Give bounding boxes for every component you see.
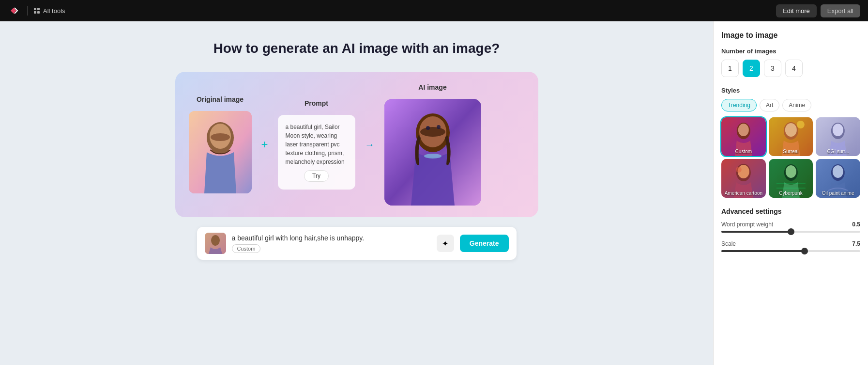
style-surreal[interactable]: Surreal [769, 117, 813, 156]
num-btn-3[interactable]: 3 [764, 60, 781, 77]
navbar-actions: Edit more Export all [776, 4, 860, 17]
prompt-text: a beautiful girl, Sailor Moon style, wea… [286, 124, 345, 165]
svg-point-23 [796, 121, 804, 128]
svg-point-30 [736, 167, 742, 173]
main-layout: How to generate an AI image with an imag… [0, 21, 868, 365]
ai-label: AI image [418, 83, 446, 91]
svg-point-22 [785, 123, 796, 137]
style-oil-label: Oil paint anime [816, 190, 860, 196]
style-cgi[interactable]: CGI surr... [816, 117, 860, 156]
input-text-area: a beautiful girl with long hair,she is u… [232, 234, 431, 253]
scale-value: 7.5 [852, 240, 860, 247]
svg-rect-2 [34, 11, 36, 14]
num-btn-2[interactable]: 2 [743, 60, 760, 77]
word-prompt-weight-slider[interactable] [721, 231, 860, 233]
svg-point-7 [211, 133, 230, 141]
num-btn-1[interactable]: 1 [721, 60, 739, 77]
input-bar: a beautiful girl with long hair,she is u… [197, 227, 517, 260]
scale-slider[interactable] [721, 250, 860, 252]
word-prompt-weight-value: 0.5 [852, 221, 860, 228]
svg-point-11 [420, 127, 445, 137]
svg-rect-3 [37, 11, 40, 14]
style-badge: Custom [232, 244, 261, 253]
arrow-icon: → [365, 139, 375, 150]
demo-card: Original image [175, 72, 538, 217]
right-panel: Image to image Number of images 1 2 3 4 … [713, 21, 868, 365]
svg-point-33 [785, 165, 796, 178]
original-section: Original image [189, 95, 252, 193]
nav-divider [27, 6, 28, 16]
svg-point-12 [426, 126, 430, 130]
try-button[interactable]: Try [304, 170, 329, 182]
scale-fill [721, 250, 805, 252]
all-tools-label: All tools [43, 7, 65, 15]
word-prompt-weight-thumb[interactable] [788, 228, 794, 235]
word-prompt-weight-label: Word prompt weight [721, 221, 773, 228]
style-custom[interactable]: Custom [721, 117, 766, 156]
scale-row: Scale 7.5 [721, 240, 860, 247]
style-custom-label: Custom [721, 149, 766, 154]
svg-point-14 [424, 154, 442, 159]
word-prompt-weight-fill [721, 231, 791, 233]
style-american-label: American cartoon [721, 190, 766, 196]
style-surreal-label: Surreal [769, 149, 813, 154]
export-all-button[interactable]: Export all [821, 4, 860, 17]
content-area: How to generate an AI image with an imag… [0, 21, 713, 365]
svg-point-19 [738, 124, 749, 136]
svg-rect-1 [37, 8, 40, 10]
style-cgi-label: CGI surr... [816, 149, 860, 154]
svg-point-13 [437, 125, 441, 129]
style-cyberpunk-label: Cyberpunk [769, 190, 813, 196]
sparkle-icon: ✦ [442, 239, 448, 248]
edit-more-button[interactable]: Edit more [776, 4, 817, 17]
styles-label: Styles [721, 87, 860, 94]
style-tabs: Trending Art Anime [721, 99, 860, 111]
scale-thumb[interactable] [801, 248, 808, 254]
input-prompt-text: a beautiful girl with long hair,she is u… [232, 234, 431, 242]
tab-trending[interactable]: Trending [721, 99, 757, 111]
svg-point-26 [833, 124, 843, 136]
svg-point-38 [833, 165, 843, 178]
prompt-box: a beautiful girl, Sailor Moon style, wea… [278, 115, 355, 190]
num-images-row: 1 2 3 4 [721, 60, 860, 77]
word-prompt-weight-row: Word prompt weight 0.5 [721, 221, 860, 228]
input-thumbnail [205, 233, 226, 254]
navbar: All tools Edit more Export all [0, 0, 868, 21]
original-image [189, 111, 252, 193]
generate-button[interactable]: Generate [460, 235, 509, 252]
page-title: How to generate an AI image with an imag… [213, 41, 500, 56]
prompt-label: Prompt [305, 99, 328, 107]
scale-label: Scale [721, 240, 736, 247]
num-images-label: Number of images [721, 48, 860, 55]
all-tools-link[interactable]: All tools [33, 7, 65, 15]
style-cyberpunk[interactable]: Cyberpunk [769, 159, 813, 198]
style-oil-paint[interactable]: Oil paint anime [816, 159, 860, 198]
panel-title: Image to image [721, 31, 860, 40]
svg-point-16 [211, 235, 220, 246]
original-label: Original image [197, 95, 244, 103]
ai-image [384, 99, 481, 206]
svg-rect-0 [34, 8, 36, 10]
style-grid: Custom Surreal [721, 117, 860, 198]
tab-anime[interactable]: Anime [782, 99, 811, 111]
advanced-settings-title: Advanced settings [721, 207, 860, 215]
num-btn-4[interactable]: 4 [785, 60, 803, 77]
plus-icon: + [261, 138, 268, 151]
prompt-section: Prompt a beautiful girl, Sailor Moon sty… [278, 99, 355, 190]
sparkle-button[interactable]: ✦ [437, 235, 454, 252]
logo-icon[interactable] [8, 4, 21, 17]
style-american-cartoon[interactable]: American cartoon [721, 159, 766, 198]
ai-section: AI image [384, 83, 481, 206]
tab-art[interactable]: Art [760, 99, 779, 111]
